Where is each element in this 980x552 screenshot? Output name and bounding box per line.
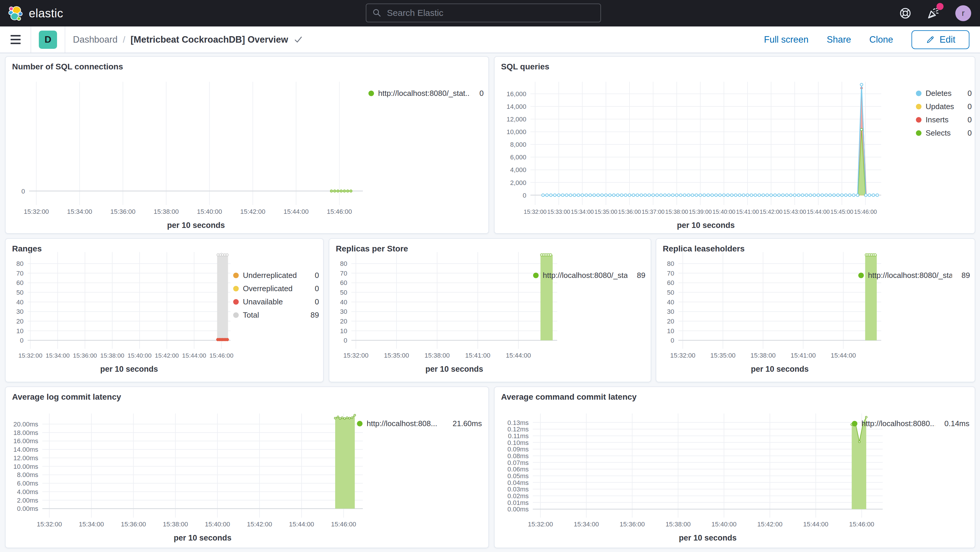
share-button[interactable]: Share <box>827 34 851 45</box>
svg-text:20: 20 <box>667 318 674 325</box>
chart-average-log-commit-latency[interactable]: 0.00ms2.00ms4.00ms6.00ms8.00ms10.00ms12.… <box>6 405 376 548</box>
svg-text:15:34:00: 15:34:00 <box>571 208 594 215</box>
help-icon[interactable] <box>899 7 911 19</box>
svg-text:0.12ms: 0.12ms <box>508 426 529 433</box>
svg-text:15:46:00: 15:46:00 <box>327 208 352 215</box>
elastic-logo <box>8 6 24 21</box>
legend-dot <box>233 273 239 278</box>
svg-text:15:40:00: 15:40:00 <box>205 520 230 528</box>
legend-value: 89 <box>305 310 319 320</box>
legend-dot <box>916 104 921 110</box>
global-search-box[interactable] <box>366 3 601 22</box>
search-input[interactable] <box>387 8 595 18</box>
svg-text:8.00ms: 8.00ms <box>17 471 38 479</box>
legend-label: Deletes <box>926 89 951 98</box>
chart-average-command-commit-latency[interactable]: 0.00ms0.01ms0.02ms0.03ms0.04ms0.05ms0.06… <box>495 405 906 548</box>
legend-item[interactable]: Unavailable0 <box>233 295 319 309</box>
panel-title: Average command commit latency <box>501 392 636 402</box>
chart-number-of-sql-connections[interactable]: 015:32:0015:34:0015:36:0015:38:0015:40:0… <box>6 75 376 233</box>
legend-item[interactable]: http://localhost:8080/_sta...89 <box>858 269 970 282</box>
svg-text:15:36:00: 15:36:00 <box>73 352 97 359</box>
svg-text:15:41:00: 15:41:00 <box>465 352 490 359</box>
legend-label: Total <box>243 310 259 320</box>
chart-replica-leaseholders[interactable]: 0102030405060708015:32:0015:35:0015:38:0… <box>656 248 891 382</box>
svg-text:15:42:00: 15:42:00 <box>757 520 783 528</box>
svg-text:15:45:00: 15:45:00 <box>830 208 853 215</box>
space-badge[interactable]: D <box>39 30 57 49</box>
legend: Underreplicated0Overreplicated0Unavailab… <box>233 269 319 322</box>
svg-text:0.00ms: 0.00ms <box>17 505 38 512</box>
menu-icon[interactable] <box>11 35 21 44</box>
svg-text:10.00ms: 10.00ms <box>14 463 38 470</box>
svg-text:0: 0 <box>671 337 674 344</box>
svg-text:70: 70 <box>667 270 674 277</box>
chart-ranges[interactable]: 0102030405060708015:32:0015:34:0015:36:0… <box>6 248 241 382</box>
legend: http://localhost:8080...0.14ms <box>852 417 969 430</box>
legend-dot <box>233 312 239 318</box>
svg-text:40: 40 <box>16 299 24 306</box>
legend-dot <box>916 91 921 96</box>
svg-text:15:32:00: 15:32:00 <box>18 352 42 359</box>
legend-item[interactable]: http://localhost:8080...0.14ms <box>852 417 969 430</box>
panel-average-command-commit-latency: Average command commit latency 0.00ms0.0… <box>494 387 975 548</box>
legend-value: 21.60ms <box>447 419 482 428</box>
legend-item[interactable]: Overreplicated0 <box>233 282 319 295</box>
legend-item[interactable]: Updates0 <box>916 100 972 113</box>
svg-text:40: 40 <box>340 299 347 306</box>
panel-sql-queries: SQL queries 02,0004,0006,0008,00010,0001… <box>494 56 975 234</box>
breadcrumb-dashboard-link[interactable]: Dashboard <box>73 34 118 45</box>
panel-ranges: Ranges 0102030405060708015:32:0015:34:00… <box>5 238 324 382</box>
svg-text:per 10 seconds: per 10 seconds <box>174 533 232 542</box>
svg-text:60: 60 <box>16 279 24 286</box>
svg-text:15:38:00: 15:38:00 <box>153 208 179 215</box>
svg-text:2,000: 2,000 <box>510 179 526 186</box>
svg-text:70: 70 <box>340 270 347 277</box>
svg-text:15:38:00: 15:38:00 <box>665 208 688 215</box>
panel-title: Number of SQL connections <box>12 62 123 72</box>
legend-label: Overreplicated <box>243 284 293 293</box>
svg-text:15:32:00: 15:32:00 <box>24 208 49 215</box>
chart-sql-queries[interactable]: 02,0004,0006,0008,00010,00012,00014,0001… <box>495 75 906 233</box>
svg-text:0: 0 <box>21 188 25 195</box>
svg-text:15:32:00: 15:32:00 <box>37 520 62 528</box>
brand[interactable]: elastic <box>8 0 63 27</box>
legend-item[interactable]: http://localhost:808...21.60ms <box>357 417 482 430</box>
svg-text:0.01ms: 0.01ms <box>508 499 529 506</box>
clone-button[interactable]: Clone <box>869 34 893 45</box>
full-screen-button[interactable]: Full screen <box>764 34 808 45</box>
breadcrumb: Dashboard / [Metricbeat CockroachDB] Ove… <box>73 34 303 45</box>
legend-item[interactable]: Selects0 <box>916 126 972 140</box>
svg-text:15:39:00: 15:39:00 <box>689 208 712 215</box>
svg-text:30: 30 <box>16 308 24 315</box>
search-icon <box>372 8 382 17</box>
legend-item[interactable]: Inserts0 <box>916 113 972 126</box>
newsfeed-icon[interactable] <box>926 6 940 20</box>
legend-item[interactable]: http://localhost:8080/_stat...0 <box>368 87 484 100</box>
user-avatar[interactable]: r <box>955 5 971 21</box>
svg-text:2.00ms: 2.00ms <box>17 497 38 504</box>
svg-text:per 10 seconds: per 10 seconds <box>751 365 809 374</box>
svg-text:18.00ms: 18.00ms <box>14 429 38 436</box>
legend-label: http://localhost:8080/_sta... <box>543 271 627 280</box>
chart-replicas-per-store[interactable]: 0102030405060708015:32:0015:35:0015:38:0… <box>329 248 568 382</box>
page-title: [Metricbeat CockroachDB] Overview <box>130 34 288 45</box>
legend-item[interactable]: Underreplicated0 <box>233 269 319 282</box>
svg-text:0.11ms: 0.11ms <box>508 432 529 440</box>
svg-text:15:34:00: 15:34:00 <box>67 208 92 215</box>
legend-item[interactable]: http://localhost:8080/_sta...89 <box>533 269 645 282</box>
svg-text:0.13ms: 0.13ms <box>508 419 529 426</box>
edit-button[interactable]: Edit <box>912 30 969 49</box>
legend-dot <box>916 117 921 122</box>
svg-text:15:35:00: 15:35:00 <box>710 352 736 359</box>
legend: Deletes0Updates0Inserts0Selects0 <box>916 87 972 140</box>
svg-text:15:38:00: 15:38:00 <box>100 352 124 359</box>
svg-text:60: 60 <box>340 279 347 286</box>
legend-label: Inserts <box>926 115 948 124</box>
svg-text:12.00ms: 12.00ms <box>14 454 38 462</box>
legend-value: 0 <box>474 89 484 98</box>
legend-item[interactable]: Deletes0 <box>916 87 972 100</box>
legend-item[interactable]: Total89 <box>233 309 319 322</box>
svg-text:0.05ms: 0.05ms <box>508 472 529 480</box>
legend-value: 0 <box>310 297 319 307</box>
saved-check-icon <box>293 35 303 45</box>
